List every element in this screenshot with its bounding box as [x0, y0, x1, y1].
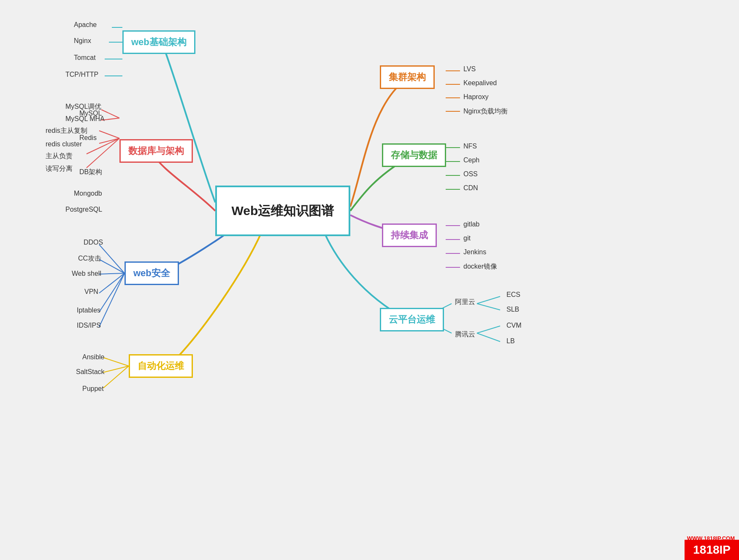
svg-line-24 [99, 273, 125, 274]
svg-line-26 [99, 273, 125, 312]
svg-line-21 [87, 138, 119, 168]
svg-line-34 [477, 304, 500, 310]
leaf-jenkins: Jenkins [463, 248, 486, 256]
leaf-db-arch: DB架构 [79, 168, 102, 177]
center-node: Web运维知识图谱 [215, 186, 350, 236]
leaf-read-write: 读写分离 [46, 164, 73, 173]
leaf-puppet: Puppet [82, 385, 104, 393]
center-label: Web运维知识图谱 [232, 202, 334, 220]
leaf-tomcat: Tomcat [74, 54, 96, 62]
leaf-apache: Apache [74, 21, 97, 29]
branch-auto-label: 自动化运维 [138, 360, 184, 372]
branch-cicd-label: 持续集成 [391, 229, 428, 242]
leaf-git: git [463, 234, 471, 242]
branch-db: 数据库与架构 [119, 139, 193, 163]
leaf-ceph: Ceph [463, 156, 479, 164]
leaf-haproxy: Haproxy [463, 93, 489, 101]
leaf-ecs: ECS [506, 291, 520, 299]
svg-line-23 [99, 259, 125, 273]
leaf-docker: docker镜像 [463, 262, 497, 271]
svg-line-29 [103, 366, 129, 372]
leaf-gitlab: gitlab [463, 221, 479, 228]
leaf-lvs: LVS [463, 65, 476, 73]
leaf-ansible: Ansible [82, 353, 104, 361]
branch-web-base-label: web基础架构 [131, 36, 187, 48]
leaf-web-shell: Web shell [72, 270, 101, 277]
leaf-lb: LB [506, 337, 515, 345]
watermark-brand: 1818IP [685, 540, 739, 560]
svg-line-33 [477, 296, 500, 304]
leaf-nginx-lb: Nginx负载均衡 [463, 107, 508, 116]
svg-line-28 [103, 358, 129, 366]
branch-cluster-label: 集群架构 [389, 71, 426, 83]
branch-storage: 存储与数据 [382, 143, 446, 167]
leaf-postgresql: PostgreSQL [65, 206, 102, 213]
svg-line-22 [99, 245, 125, 273]
svg-line-35 [477, 326, 500, 333]
leaf-ids-ips: IDS/IPS [77, 322, 101, 329]
branch-web-security: web安全 [125, 261, 179, 285]
leaf-nginx: Nginx [74, 37, 91, 45]
leaf-ddos: DDOS [84, 239, 103, 246]
branch-cicd: 持续集成 [382, 223, 437, 247]
branch-auto: 自动化运维 [129, 354, 193, 378]
leaf-vpn: VPN [84, 288, 98, 296]
leaf-mongodb: Mongodb [74, 190, 102, 197]
branch-cluster: 集群架构 [380, 65, 435, 89]
leaf-tcp-http: TCP/HTTP [65, 71, 98, 78]
svg-line-18 [99, 131, 119, 138]
leaf-redis-cluster: redis cluster [46, 140, 82, 148]
branch-web-security-label: web安全 [133, 267, 170, 280]
leaf-cdn: CDN [463, 184, 478, 192]
branch-cloud: 云平台运维 [380, 308, 444, 331]
leaf-oss: OSS [463, 170, 478, 178]
branch-db-label: 数据库与架构 [128, 145, 184, 157]
branch-storage-label: 存储与数据 [391, 149, 437, 162]
branch-cloud-label: 云平台运维 [389, 313, 435, 326]
svg-line-25 [99, 273, 125, 293]
leaf-redis: Redis [79, 134, 97, 142]
leaf-saltstack: SaltStack [76, 368, 105, 376]
svg-line-30 [103, 366, 129, 388]
leaf-keepalived: Keepalived [463, 79, 497, 87]
leaf-tencentcloud: 腾讯云 [455, 330, 475, 339]
branch-web-base: web基础架构 [122, 30, 195, 54]
leaf-iptables: Iptables [77, 307, 100, 314]
leaf-nfs: NFS [463, 143, 477, 150]
leaf-cc-attack: CC攻击 [78, 254, 101, 263]
svg-line-27 [99, 273, 125, 327]
leaf-aliyun: 阿里云 [455, 298, 475, 307]
svg-line-19 [99, 138, 119, 143]
leaf-slb: SLB [506, 306, 519, 313]
leaf-cvm: CVM [506, 322, 522, 329]
leaf-mysql: MySQL [79, 110, 102, 117]
leaf-master-slave: 主从负责 [46, 152, 73, 161]
svg-line-36 [477, 333, 500, 342]
